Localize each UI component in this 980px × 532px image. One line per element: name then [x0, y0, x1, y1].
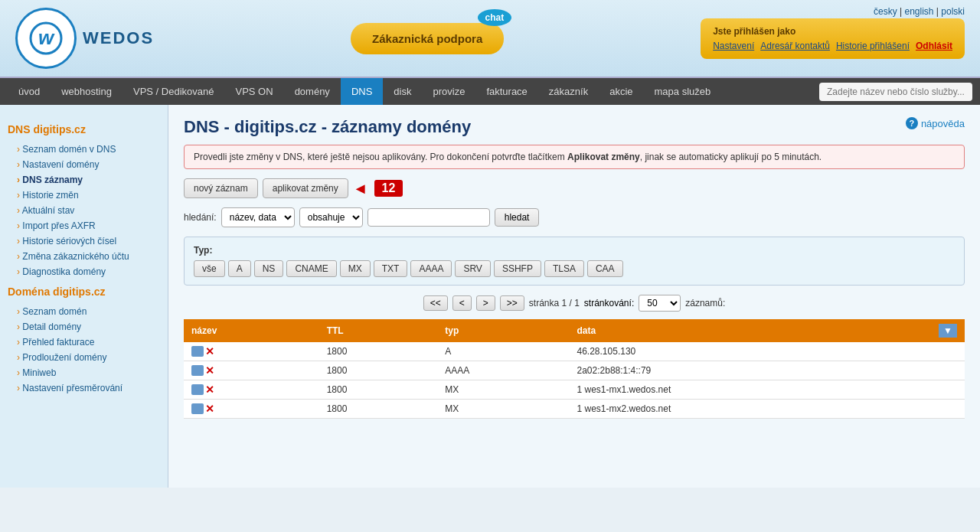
- new-record-button[interactable]: nový záznam: [184, 178, 258, 198]
- nav-provize[interactable]: provize: [422, 78, 475, 105]
- col-data: data: [570, 319, 932, 342]
- per-page-select[interactable]: 50 25 100: [639, 295, 681, 312]
- logout-link[interactable]: Odhlásit: [916, 41, 952, 51]
- row-type: A: [437, 342, 569, 361]
- row-action-col: [931, 361, 965, 380]
- sidebar-item-historie-seriových-cisel[interactable]: Historie sériových čísel: [8, 233, 160, 249]
- sidebar-item-aktualni-stav[interactable]: Aktuální stav: [8, 203, 160, 218]
- sidebar-item-seznam-domen[interactable]: Seznam domén v DNS: [8, 142, 160, 157]
- nav-mapa-sluzeb[interactable]: mapa služeb: [644, 78, 722, 105]
- sidebar-item-nastaveni-domeny[interactable]: Nastavení domény: [8, 157, 160, 172]
- delete-icon[interactable]: ✕: [205, 346, 214, 357]
- type-btn-cname[interactable]: CNAME: [286, 260, 336, 277]
- logo-text: WEDOS: [83, 28, 154, 48]
- contacts-link[interactable]: Adresář kontaktů: [760, 41, 830, 51]
- nav-fakturace[interactable]: fakturace: [475, 78, 537, 105]
- red-arrow-icon: ◄: [353, 180, 368, 197]
- type-btn-srv[interactable]: SRV: [455, 260, 490, 277]
- lang-english[interactable]: english: [904, 6, 933, 17]
- nav-uvod[interactable]: úvod: [8, 78, 51, 105]
- type-btn-vse[interactable]: vše: [194, 260, 225, 277]
- sidebar-item-seznam-domen-domain[interactable]: Seznam domén: [8, 304, 160, 319]
- table-row: ✕ 1800 A 46.28.105.130: [184, 342, 965, 361]
- type-btn-a[interactable]: A: [228, 260, 251, 277]
- nav-vps-dedikovane[interactable]: VPS / Dedikované: [122, 78, 225, 105]
- edit-icon[interactable]: [191, 403, 204, 414]
- col-actions-header: ▼: [931, 319, 965, 342]
- type-btn-caa[interactable]: CAA: [587, 260, 623, 277]
- type-btn-tlsa[interactable]: TLSA: [544, 260, 584, 277]
- sidebar-item-dns-zaznamy[interactable]: DNS záznamy: [8, 172, 160, 188]
- search-condition-select[interactable]: obsahuje je začíná: [299, 207, 363, 227]
- search-input[interactable]: [368, 208, 490, 227]
- dns-section-title: DNS digitips.cz: [8, 123, 160, 135]
- nav-webhosting[interactable]: webhosting: [51, 78, 122, 105]
- edit-icon[interactable]: [191, 384, 204, 395]
- history-link[interactable]: Historie přihlášení: [836, 41, 910, 51]
- delete-icon[interactable]: ✕: [205, 403, 214, 414]
- sidebar-item-nastaveni-presmero[interactable]: Nastavení přesměrování: [8, 380, 160, 396]
- per-page-label: stránkování:: [584, 298, 634, 308]
- sidebar-item-import-axfr[interactable]: Import přes AXFR: [8, 218, 160, 233]
- page-prev-button[interactable]: <: [452, 295, 472, 311]
- nav-domeny[interactable]: domény: [284, 78, 341, 105]
- nav-akcie[interactable]: akcie: [599, 78, 643, 105]
- main-layout: DNS digitips.cz Seznam domén v DNS Nasta…: [0, 105, 980, 488]
- sidebar-item-historie-zmen[interactable]: Historie změn: [8, 188, 160, 203]
- lang-polish[interactable]: polski: [941, 6, 965, 17]
- pagination: << < > >> stránka 1 / 1 stránkování: 50 …: [184, 295, 965, 312]
- nav-vps-on[interactable]: VPS ON: [225, 78, 284, 105]
- row-data: 2a02:2b88:1:4::79: [570, 361, 932, 380]
- settings-link[interactable]: Nastavení: [713, 41, 754, 51]
- type-btn-mx[interactable]: MX: [340, 260, 371, 277]
- edit-icon[interactable]: [191, 346, 204, 357]
- apply-changes-button[interactable]: aplikovat změny: [263, 178, 348, 198]
- user-links: Nastavení Adresář kontaktů Historie přih…: [713, 41, 952, 51]
- sidebar-item-diagnostika-domeny[interactable]: Diagnostika domény: [8, 264, 160, 279]
- row-ttl: 1800: [319, 380, 438, 400]
- dns-table: název TTL typ data ▼ ✕ 1800 A 46.28.105.…: [184, 319, 965, 419]
- row-action-col: [931, 400, 965, 419]
- delete-icon[interactable]: ✕: [205, 365, 214, 376]
- search-button[interactable]: hledat: [495, 208, 540, 227]
- support-label: Zákaznická podpora: [372, 32, 482, 45]
- row-ttl: 1800: [319, 361, 438, 380]
- row-name: ✕: [184, 361, 319, 380]
- language-bar: česky | english | polski: [874, 6, 965, 17]
- search-field-select[interactable]: název, data název data: [221, 207, 295, 227]
- column-dropdown-button[interactable]: ▼: [939, 324, 957, 338]
- row-name: ✕: [184, 342, 319, 361]
- table-row: ✕ 1800 MX 1 wes1-mx2.wedos.net: [184, 400, 965, 419]
- type-btn-txt[interactable]: TXT: [374, 260, 408, 277]
- type-btn-ns[interactable]: NS: [254, 260, 284, 277]
- type-btn-aaaa[interactable]: AAAA: [410, 260, 452, 277]
- sidebar-item-miniweb[interactable]: Miniweb: [8, 365, 160, 380]
- nav-disk[interactable]: disk: [383, 78, 422, 105]
- help-label: nápověda: [921, 118, 965, 129]
- sidebar-item-zmena-zakaznickeho-uctu[interactable]: Změna zákaznického účtu: [8, 249, 160, 264]
- col-typ: typ: [437, 319, 569, 342]
- sidebar-item-prodlouzeni-domeny[interactable]: Prodloužení domény: [8, 350, 160, 365]
- edit-icon[interactable]: [191, 365, 204, 376]
- delete-icon[interactable]: ✕: [205, 384, 214, 395]
- help-link[interactable]: ? nápověda: [906, 117, 965, 129]
- step-badge: 12: [374, 180, 403, 197]
- support-button[interactable]: Zákaznická podpora chat: [351, 23, 504, 54]
- page-next-button[interactable]: >: [476, 295, 495, 311]
- sidebar-item-prehled-fakturace[interactable]: Přehled fakturace: [8, 335, 160, 350]
- table-row: ✕ 1800 MX 1 wes1-mx1.wedos.net: [184, 380, 965, 400]
- row-type: AAAA: [437, 361, 569, 380]
- type-buttons-row: vše A NS CNAME MX TXT AAAA SRV SSHFP TLS…: [194, 260, 955, 277]
- nav-dns[interactable]: DNS: [341, 78, 383, 105]
- page-first-button[interactable]: <<: [423, 295, 448, 311]
- col-nazev: název: [184, 319, 319, 342]
- search-label: hledání:: [184, 212, 217, 223]
- navbar-search[interactable]: [819, 83, 972, 101]
- row-data: 46.28.105.130: [570, 342, 932, 361]
- lang-czech[interactable]: česky: [874, 6, 897, 17]
- sidebar-item-detail-domeny[interactable]: Detail domény: [8, 319, 160, 335]
- type-btn-sshfp[interactable]: SSHFP: [494, 260, 541, 277]
- sidebar: DNS digitips.cz Seznam domén v DNS Nasta…: [0, 105, 168, 488]
- nav-zakaznik[interactable]: zákazník: [538, 78, 599, 105]
- page-last-button[interactable]: >>: [500, 295, 524, 311]
